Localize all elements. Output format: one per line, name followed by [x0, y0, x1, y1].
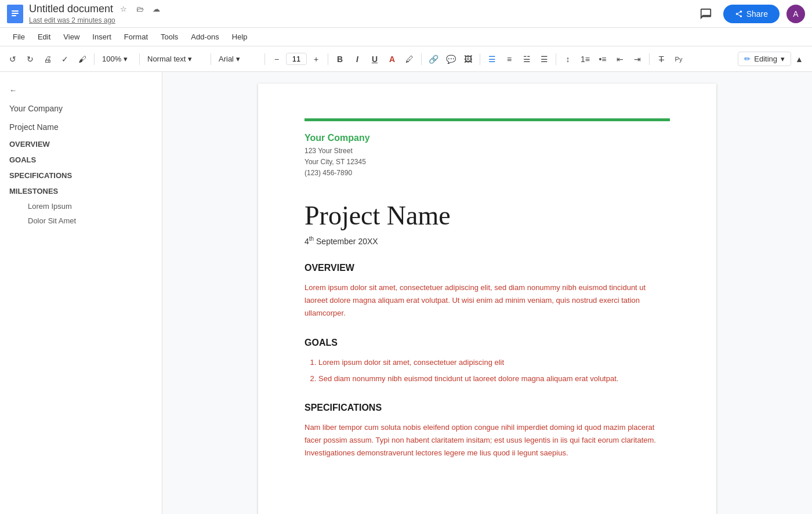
doc-title[interactable]: Untitled document: [29, 3, 113, 15]
macros-button[interactable]: Py: [670, 51, 687, 67]
font-value: Arial: [219, 55, 234, 63]
back-arrow-icon: ←: [9, 86, 17, 95]
divider-7: [480, 53, 480, 65]
star-icon[interactable]: ☆: [118, 3, 129, 15]
document-page: Your Company 123 Your Street Your City, …: [258, 84, 716, 514]
overview-text: Lorem ipsum dolor sit amet, consectetuer…: [304, 281, 670, 320]
redo-button[interactable]: ↻: [22, 51, 38, 67]
share-label: Share: [746, 9, 768, 19]
clear-format-button[interactable]: T̶: [653, 51, 669, 67]
font-size-increase[interactable]: +: [308, 51, 324, 67]
image-button[interactable]: 🖼: [460, 51, 476, 67]
style-value: Normal text: [147, 55, 186, 63]
project-date-number: 4: [304, 236, 309, 245]
sidebar-item-lorem-ipsum[interactable]: Lorem Ipsum: [0, 199, 162, 213]
overview-heading: OVERVIEW: [304, 263, 670, 273]
goals-item-2: Sed diam nonummy nibh euismod tincidunt …: [318, 372, 670, 385]
share-button[interactable]: Share: [723, 5, 780, 23]
italic-button[interactable]: I: [349, 51, 365, 67]
print-button[interactable]: 🖨: [39, 51, 56, 67]
user-avatar[interactable]: A: [786, 5, 805, 23]
divider-4: [264, 53, 265, 65]
menu-insert[interactable]: Insert: [86, 30, 117, 44]
font-select[interactable]: Arial ▾: [215, 51, 261, 67]
sidebar-item-project-name[interactable]: Project Name: [0, 118, 162, 136]
editing-label: Editing: [754, 55, 777, 63]
highlight-button[interactable]: 🖊: [401, 51, 418, 67]
comment-button[interactable]: 💬: [443, 51, 459, 67]
toolbar: ↺ ↻ 🖨 ✓ 🖌 100% ▾ Normal text ▾ Arial ▾ −…: [0, 46, 812, 72]
font-size-input[interactable]: [286, 53, 307, 65]
sidebar-back-button[interactable]: ←: [0, 81, 162, 99]
spellcheck-button[interactable]: ✓: [57, 51, 73, 67]
zoom-value: 100%: [102, 55, 121, 63]
sidebar-item-milestones[interactable]: MILESTONES: [0, 183, 162, 199]
company-phone: (123) 456-7890: [304, 168, 670, 179]
menu-format[interactable]: Format: [118, 30, 154, 44]
font-chevron: ▾: [236, 55, 240, 63]
style-chevron: ▾: [188, 55, 192, 63]
align-right-button[interactable]: ☱: [519, 51, 535, 67]
svg-rect-3: [12, 15, 16, 16]
drive-icon[interactable]: 🗁: [134, 3, 146, 15]
justify-button[interactable]: ☰: [536, 51, 552, 67]
decrease-indent-button[interactable]: ⇤: [612, 51, 628, 67]
sidebar-item-dolor-sit-amet[interactable]: Dolor Sit Amet: [0, 213, 162, 228]
menu-help[interactable]: Help: [226, 30, 253, 44]
company-name: Your Company: [304, 133, 670, 143]
pencil-icon: ✏: [744, 55, 751, 63]
font-size-decrease[interactable]: −: [269, 51, 285, 67]
divider-9: [649, 53, 650, 65]
title-area: Untitled document ☆ 🗁 ☁ Last edit was 2 …: [29, 3, 690, 24]
bold-button[interactable]: B: [332, 51, 348, 67]
sidebar-item-overview[interactable]: OVERVIEW: [0, 136, 162, 152]
divider-6: [421, 53, 422, 65]
menu-view[interactable]: View: [57, 30, 85, 44]
cloud-icon[interactable]: ☁: [150, 3, 162, 15]
green-decorative-line: [304, 118, 670, 121]
project-date-rest: September 20XX: [314, 236, 378, 245]
align-center-button[interactable]: ≡: [501, 51, 517, 67]
sidebar: ← Your Company Project Name OVERVIEW GOA…: [0, 72, 162, 514]
title-bar: Untitled document ☆ 🗁 ☁ Last edit was 2 …: [0, 0, 812, 28]
numbered-list-button[interactable]: 1≡: [577, 51, 593, 67]
sidebar-item-your-company[interactable]: Your Company: [0, 99, 162, 118]
bullet-list-button[interactable]: •≡: [594, 51, 611, 67]
font-size-area: − +: [269, 51, 324, 67]
project-date-sup: th: [309, 236, 314, 242]
menu-edit[interactable]: Edit: [32, 30, 56, 44]
company-city: Your City, ST 12345: [304, 157, 670, 168]
goals-list: Lorem ipsum dolor sit amet, consectetuer…: [318, 356, 670, 385]
title-actions: Share A: [695, 3, 805, 24]
style-select[interactable]: Normal text ▾: [143, 51, 207, 67]
menu-tools[interactable]: Tools: [155, 30, 184, 44]
link-button[interactable]: 🔗: [425, 51, 441, 67]
menu-file[interactable]: File: [7, 30, 31, 44]
toolbar-expand-button[interactable]: ▲: [791, 51, 807, 67]
docs-icon: [7, 5, 23, 23]
menu-addons[interactable]: Add-ons: [185, 30, 224, 44]
paint-format-button[interactable]: 🖌: [74, 51, 90, 67]
sidebar-item-specifications[interactable]: SPECIFICATIONS: [0, 168, 162, 183]
undo-button[interactable]: ↺: [5, 51, 21, 67]
increase-indent-button[interactable]: ⇥: [629, 51, 646, 67]
last-edit-link[interactable]: Last edit was 2 minutes ago: [29, 16, 690, 24]
specs-text: Nam liber tempor cum soluta nobis eleife…: [304, 421, 670, 459]
zoom-select[interactable]: 100% ▾: [98, 51, 136, 67]
goals-item-1: Lorem ipsum dolor sit amet, consectetuer…: [318, 356, 670, 369]
divider-1: [94, 53, 95, 65]
main-content: ← Your Company Project Name OVERVIEW GOA…: [0, 72, 812, 514]
comment-icon[interactable]: [695, 3, 716, 24]
editing-button[interactable]: ✏ Editing ▾: [738, 52, 791, 66]
divider-8: [556, 53, 556, 65]
project-name-heading: Project Name: [304, 200, 670, 231]
sidebar-item-goals[interactable]: GOALS: [0, 152, 162, 168]
font-color-button[interactable]: A: [384, 51, 400, 67]
divider-3: [211, 53, 211, 65]
line-spacing-button[interactable]: ↕: [560, 51, 576, 67]
document-area[interactable]: Your Company 123 Your Street Your City, …: [162, 72, 812, 514]
align-left-button[interactable]: ☰: [484, 51, 500, 67]
doc-title-row: Untitled document ☆ 🗁 ☁: [29, 3, 690, 15]
project-date: 4th September 20XX: [304, 236, 670, 246]
underline-button[interactable]: U: [367, 51, 383, 67]
